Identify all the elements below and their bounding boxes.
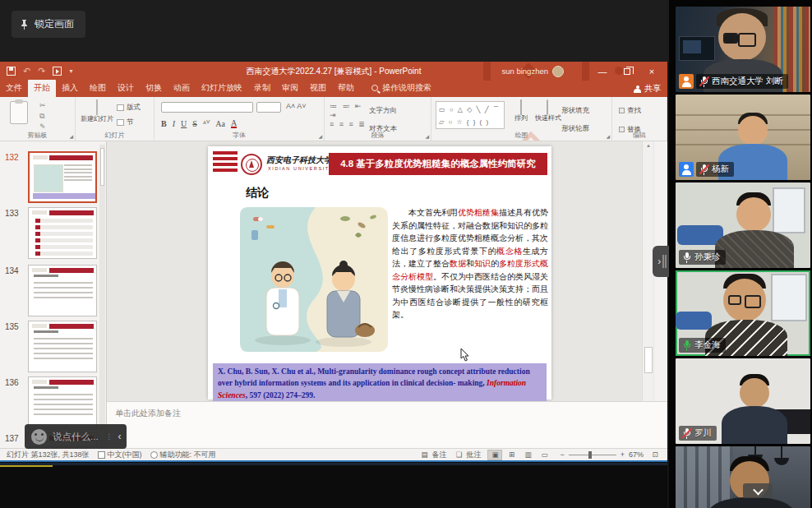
notes-toggle[interactable]: ▤ — [417, 450, 431, 460]
video-tile[interactable]: 梁德翠 — [676, 446, 810, 508]
thumbnail-scrollbar[interactable] — [99, 145, 105, 441]
video-tile[interactable]: 罗川 — [676, 358, 810, 444]
paste-button[interactable] — [10, 101, 28, 124]
underline-button[interactable]: U — [181, 119, 187, 128]
window-title: 西南交通大学2022.4.27 [兼容模式] - PowerPoint — [0, 62, 667, 81]
group-label-paragraph: 段落 — [325, 131, 431, 140]
dialog-launcher-icon[interactable]: ◢ — [318, 133, 322, 139]
tab-insert[interactable]: 插入 — [56, 80, 84, 97]
tab-review[interactable]: 审阅 — [276, 80, 304, 97]
dialog-launcher-icon[interactable]: ◢ — [425, 133, 429, 139]
zoom-in-button[interactable]: + — [621, 450, 625, 459]
dialog-launcher-icon[interactable]: ◢ — [69, 133, 73, 139]
account-info[interactable]: sun bingzhen — [501, 62, 564, 81]
new-slide-button[interactable]: 新建幻灯片 — [81, 100, 113, 122]
grow-shrink-font-icons[interactable]: A˄ A˅ — [286, 102, 307, 110]
comments-toggle-label[interactable]: 批注 — [466, 450, 481, 460]
normal-view-button[interactable]: ▣ — [487, 450, 502, 460]
shape-fill-button[interactable]: 形状填充 — [561, 101, 589, 116]
font-name-combobox[interactable] — [161, 102, 253, 113]
chat-collapse-button[interactable]: ‹ — [113, 424, 127, 449]
save-icon[interactable] — [7, 67, 16, 76]
tab-transitions[interactable]: 切换 — [140, 80, 168, 97]
start-slideshow-icon[interactable] — [53, 67, 62, 76]
desktop-background — [0, 462, 667, 508]
find-button[interactable]: 查找 — [619, 101, 641, 116]
zoom-out-button[interactable]: − — [560, 450, 564, 459]
tab-design[interactable]: 设计 — [112, 80, 140, 97]
fit-to-window-button[interactable]: ⊡ — [648, 450, 662, 460]
redo-icon[interactable]: ↷ — [38, 67, 45, 76]
tab-animations[interactable]: 动画 — [168, 80, 196, 97]
accessibility-icon — [150, 451, 158, 459]
font-color-button[interactable]: A — [231, 119, 237, 128]
change-case-icon[interactable]: Aa — [215, 119, 225, 128]
tab-draw[interactable]: 绘图 — [84, 80, 112, 97]
copy-icon[interactable]: ⧉ — [39, 113, 46, 120]
meeting-top-bar: 锁定画面 — [0, 0, 674, 62]
video-tile[interactable]: 西南交通大学 刘断 — [676, 7, 810, 92]
video-tile[interactable]: 杨新 — [676, 95, 810, 180]
group-label-slides: 幻灯片 — [76, 131, 154, 140]
layout-button[interactable]: 版式 — [117, 103, 141, 113]
section-button[interactable]: 节 — [117, 118, 141, 127]
titlebar-ornament — [582, 62, 589, 81]
microphone-muted-icon — [699, 76, 708, 87]
chat-drag-handle[interactable]: ⋮ — [105, 424, 113, 449]
quick-styles-button[interactable]: 快速样式 — [535, 100, 560, 122]
microphone-muted-icon — [682, 427, 691, 439]
chat-input[interactable]: 说点什么... — [25, 424, 105, 449]
shape-gallery[interactable]: ▭ ○ △ ◇ ╲ ╱ ⌒▱ ○ ☆ { } ( ) — [436, 101, 505, 129]
slideshow-view-button[interactable]: ▭ — [537, 450, 551, 460]
tab-record[interactable]: 录制 — [248, 80, 276, 97]
tab-help[interactable]: 帮助 — [332, 80, 360, 97]
restore-button[interactable] — [615, 62, 639, 81]
zoom-slider[interactable] — [569, 455, 616, 455]
video-tile-active-speaker[interactable]: 李金海 — [676, 270, 810, 356]
share-button[interactable]: 共享 — [634, 83, 661, 95]
participants-video-panel: 西南交通大学 刘断 杨新 孙秉珍 — [669, 0, 812, 508]
comments-toggle[interactable]: ❏ — [451, 450, 466, 460]
current-slide[interactable]: 西安电子科技大学 XIDIAN UNIVERSITY 4.8 基于多粒度优势粗糙… — [208, 146, 551, 399]
slide-sorter-view-button[interactable]: ⊞ — [504, 450, 519, 460]
zoom-level[interactable]: 67% — [629, 450, 644, 459]
italic-button[interactable]: I — [173, 119, 175, 128]
emoji-icon[interactable] — [31, 429, 47, 445]
video-tile[interactable]: 孙秉珍 — [676, 182, 810, 268]
character-spacing-icon[interactable]: ᴬⱽ — [203, 119, 210, 128]
scroll-up-icon[interactable]: ▲ — [643, 143, 654, 148]
scroll-more-participants-button[interactable] — [743, 483, 773, 498]
arrange-button[interactable]: 排列 — [509, 100, 533, 122]
qat-customize-icon[interactable]: ▾ — [69, 67, 72, 75]
undo-icon[interactable]: ↶ — [23, 67, 30, 76]
dialog-launcher-icon[interactable]: ◢ — [606, 133, 610, 139]
tab-slideshow[interactable]: 幻灯片放映 — [196, 80, 248, 97]
titlebar-ornament — [483, 62, 491, 81]
font-size-combobox[interactable] — [256, 102, 281, 113]
strikethrough-button[interactable]: S — [192, 119, 197, 128]
cut-icon[interactable]: ✂ — [39, 102, 46, 109]
slide-heading: 结论 — [246, 186, 269, 201]
video-panel-collapse-handle[interactable]: › — [653, 246, 669, 277]
minimize-button[interactable]: — — [590, 62, 615, 81]
format-painter-icon[interactable]: ✎ — [39, 123, 46, 131]
zoom-slider-thumb[interactable] — [588, 451, 592, 459]
layout-icon — [117, 104, 124, 111]
tab-home[interactable]: 开始 — [28, 80, 56, 97]
language-indicator[interactable]: 中文(中国) — [108, 450, 142, 460]
tell-me-search[interactable]: 操作说明搜索 — [371, 82, 431, 97]
tab-view[interactable]: 视图 — [304, 80, 332, 97]
spell-check-icon[interactable] — [98, 451, 105, 459]
close-button[interactable]: × — [639, 62, 664, 81]
tab-file[interactable]: 文件 — [0, 80, 28, 97]
list-and-align-icons[interactable]: ≔ ≕ ⇤ ⇥≡ ≡ ≡ ≣ — [330, 102, 367, 129]
lock-view-button[interactable]: 锁定画面 — [12, 11, 85, 38]
notes-pane[interactable]: 单击此处添加备注 — [107, 401, 667, 448]
scrollbar-thumb[interactable] — [644, 347, 653, 373]
powerpoint-window: ↶ ↷ ▾ 西南交通大学2022.4.27 [兼容模式] - PowerPoin… — [0, 62, 667, 462]
bold-button[interactable]: B — [161, 119, 167, 128]
notes-toggle-label[interactable]: 备注 — [431, 450, 446, 460]
text-direction-button[interactable]: 文字方向 — [369, 101, 418, 116]
chat-placeholder: 说点什么... — [53, 431, 99, 443]
reading-view-button[interactable]: ▥ — [520, 450, 535, 460]
